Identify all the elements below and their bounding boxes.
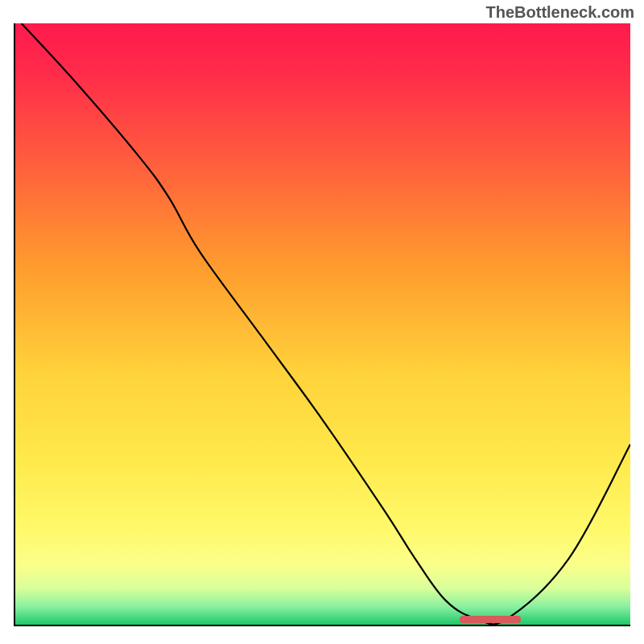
- chart-plot-area: [14, 23, 630, 626]
- watermark-text: TheBottleneck.com: [486, 3, 634, 22]
- chart-curve: [15, 23, 630, 625]
- optimal-range-marker: [460, 616, 522, 623]
